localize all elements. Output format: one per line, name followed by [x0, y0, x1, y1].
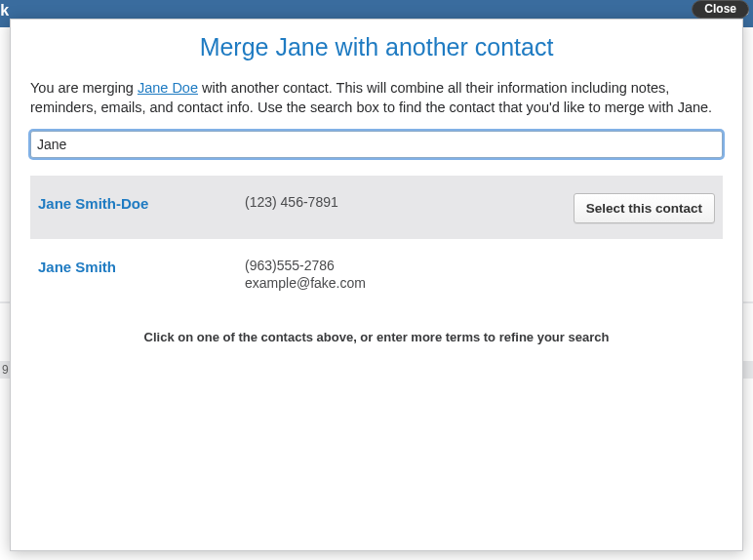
source-contact-link[interactable]: Jane Doe — [138, 80, 198, 96]
result-email: example@fake.com — [245, 274, 563, 292]
results-list: Jane Smith-Doe(123) 456-7891Select this … — [30, 176, 723, 307]
bg-digit: 9 — [2, 363, 9, 377]
result-row[interactable]: Jane Smith(963)555-2786example@fake.com — [30, 239, 723, 307]
bg-left-text: rk — [0, 2, 9, 20]
close-button-label: Close — [704, 2, 736, 16]
result-info: (963)555-2786example@fake.com — [245, 257, 563, 292]
merge-description: You are merging Jane Doe with another co… — [30, 79, 723, 117]
result-action: Select this contact — [571, 193, 715, 223]
desc-pre: You are merging — [30, 80, 138, 96]
modal-body: You are merging Jane Doe with another co… — [11, 79, 742, 344]
select-contact-button[interactable]: Select this contact — [574, 193, 715, 223]
result-info: (123) 456-7891 — [245, 193, 563, 211]
result-phone: (963)555-2786 — [245, 257, 563, 274]
result-row[interactable]: Jane Smith-Doe(123) 456-7891Select this … — [30, 176, 723, 239]
modal-title: Merge Jane with another contact — [11, 20, 742, 79]
result-name[interactable]: Jane Smith — [38, 257, 237, 275]
result-name[interactable]: Jane Smith-Doe — [38, 193, 237, 212]
close-button[interactable]: Close — [692, 0, 749, 19]
results-hint: Click on one of the contacts above, or e… — [30, 330, 723, 344]
merge-modal: Merge Jane with another contact You are … — [10, 19, 743, 551]
search-input[interactable] — [30, 131, 723, 158]
result-phone: (123) 456-7891 — [245, 193, 563, 211]
